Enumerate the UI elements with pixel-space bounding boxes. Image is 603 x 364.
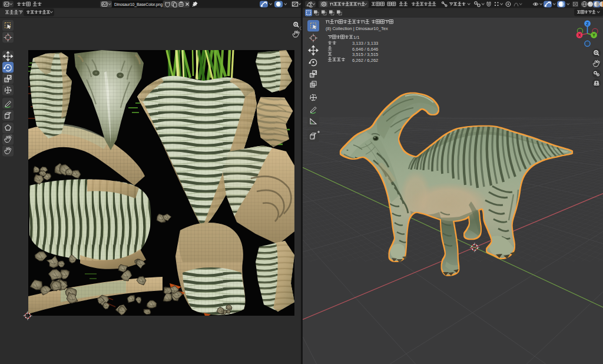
svg-text:3,515 / 3,515: 3,515 / 3,515 [352, 52, 378, 57]
svg-text:Dinosaur10_BaseColor.png: Dinosaur10_BaseColor.png [114, 2, 163, 7]
svg-text:Z: Z [586, 21, 589, 27]
svg-text:(8) Collection | Dinosaur10_Te: (8) Collection | Dinosaur10_Tex [326, 26, 388, 31]
svg-text:6,646 / 6,646: 6,646 / 6,646 [352, 47, 378, 52]
svg-text:1/1: 1/1 [353, 35, 360, 40]
svg-text:X: X [578, 32, 581, 38]
svg-text:Y: Y [592, 32, 595, 38]
svg-text:3,133 / 3,133: 3,133 / 3,133 [352, 41, 378, 46]
svg-text:6,262 / 6,262: 6,262 / 6,262 [352, 58, 378, 63]
